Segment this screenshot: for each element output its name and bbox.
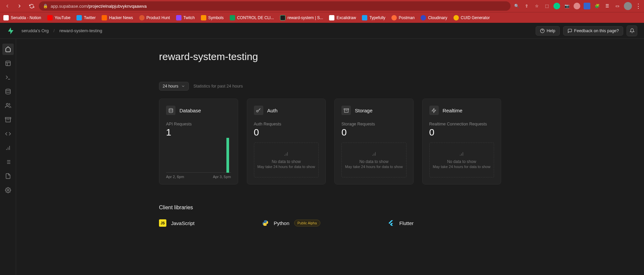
metric-label: Storage Requests xyxy=(341,122,407,126)
page-title: reward-system-testing xyxy=(159,51,501,62)
back-button[interactable] xyxy=(3,1,12,11)
lib-flutter[interactable]: Flutter xyxy=(387,219,414,227)
svg-marker-25 xyxy=(432,108,436,113)
svg-point-16 xyxy=(7,189,9,191)
bookmark-item[interactable]: Excalidraw xyxy=(329,15,356,20)
bookmark-item[interactable]: YouTube xyxy=(47,15,70,20)
card-realtime[interactable]: Realtime Realtime Connection Requests 0 … xyxy=(422,99,501,184)
sidebar-table-editor[interactable] xyxy=(2,58,14,69)
bookmark-item[interactable]: Serudda - Notion xyxy=(3,15,41,20)
storage-icon xyxy=(341,106,351,115)
chevron-down-icon xyxy=(181,84,185,88)
sidebar-api-docs[interactable] xyxy=(2,170,14,182)
star-icon[interactable]: ☆ xyxy=(533,3,540,9)
metric-value: 0 xyxy=(254,127,319,138)
card-title: Auth xyxy=(267,108,278,113)
sidebar-edge-functions[interactable] xyxy=(2,128,14,140)
bookmark-item[interactable]: Typefully xyxy=(362,15,385,20)
sidebar-settings[interactable] xyxy=(2,184,14,196)
help-button[interactable]: Help xyxy=(536,26,560,36)
supabase-logo[interactable] xyxy=(7,27,15,35)
sidebar-home[interactable] xyxy=(2,44,14,55)
js-icon: JS xyxy=(159,219,166,227)
metric-value: 0 xyxy=(429,127,494,138)
python-icon xyxy=(262,219,269,227)
empty-state: No data to show May take 24 hours for da… xyxy=(341,143,407,177)
ext-icon-1[interactable]: ⬚ xyxy=(543,3,550,9)
ext-icon-2[interactable] xyxy=(553,3,560,9)
bookmark-item[interactable]: Postman xyxy=(391,15,415,20)
svg-point-6 xyxy=(6,103,8,105)
sidebar-storage[interactable] xyxy=(2,114,14,125)
bookmark-item[interactable]: Hacker News xyxy=(102,15,133,20)
reading-list-icon[interactable]: ☰ xyxy=(604,3,610,9)
chrome-actions: 🔍 ⇪ ☆ ⬚ 📷 🧩 ☰ ▭ ⋮ xyxy=(513,2,641,10)
sidebar-sql-editor[interactable] xyxy=(2,72,14,83)
panel-icon[interactable]: ▭ xyxy=(614,3,621,9)
card-title: Database xyxy=(179,108,201,113)
sidebar-auth[interactable] xyxy=(2,100,14,111)
bar-chart-icon xyxy=(459,151,464,157)
card-auth[interactable]: Auth Auth Requests 0 No data to show May… xyxy=(247,99,326,184)
sidebar-logs[interactable] xyxy=(2,156,14,168)
auth-icon xyxy=(254,106,263,115)
bookmark-item[interactable]: Cloudinary xyxy=(421,15,447,20)
bookmark-item[interactable]: Twitch xyxy=(176,15,195,20)
card-title: Storage xyxy=(355,108,373,113)
bookmark-item[interactable]: CONTROL DE CLI... xyxy=(230,15,274,20)
metric-label: API Requests xyxy=(166,122,231,126)
bookmark-item[interactable]: reward-system | S... xyxy=(280,15,323,20)
lock-icon: 🔒 xyxy=(43,4,48,8)
realtime-icon xyxy=(429,106,439,115)
svg-point-5 xyxy=(6,89,10,91)
chrome-menu-icon[interactable]: ⋮ xyxy=(635,2,641,10)
profile-avatar[interactable] xyxy=(624,2,632,10)
url-path: /project/elnalpjubvyknvqaawva xyxy=(88,4,147,9)
stats-label: Statistics for past 24 hours xyxy=(194,84,243,89)
address-bar[interactable]: 🔒 app.supabase.com/project/elnalpjubvykn… xyxy=(39,1,511,11)
lib-javascript[interactable]: JS JavaScript xyxy=(159,219,195,227)
sidebar-reports[interactable] xyxy=(2,142,14,154)
reload-button[interactable] xyxy=(27,1,36,11)
empty-state: No data to show May take 24 hours for da… xyxy=(254,143,319,177)
metric-label: Auth Requests xyxy=(254,122,319,126)
feedback-button[interactable]: Feedback on this page? xyxy=(563,26,623,36)
bookmark-item[interactable]: Symbols xyxy=(201,15,224,20)
empty-state: No data to show May take 24 hours for da… xyxy=(429,143,494,177)
forward-button[interactable] xyxy=(15,1,24,11)
client-libs-heading: Client libraries xyxy=(159,205,501,211)
bookmark-item[interactable]: Twitter xyxy=(76,15,96,20)
bar-chart-icon xyxy=(283,151,289,157)
browser-toolbar: 🔒 app.supabase.com/project/elnalpjubvykn… xyxy=(0,0,644,12)
svg-point-17 xyxy=(169,108,172,110)
lib-python[interactable]: Python Public Alpha xyxy=(262,219,320,227)
card-storage[interactable]: Storage Storage Requests 0 No data to sh… xyxy=(334,99,414,184)
svg-rect-1 xyxy=(6,61,10,66)
search-icon[interactable]: 🔍 xyxy=(513,3,520,9)
bookmark-item[interactable]: Product Hunt xyxy=(139,15,170,20)
app-topbar: serudda's Org / reward-system-testing He… xyxy=(0,23,644,39)
bookmarks-bar: Serudda - Notion YouTube Twitter Hacker … xyxy=(0,12,644,23)
sidebar-database[interactable] xyxy=(2,86,14,97)
breadcrumb-project[interactable]: reward-system-testing xyxy=(59,28,102,33)
card-title: Realtime xyxy=(443,108,463,113)
breadcrumb-org[interactable]: serudda's Org xyxy=(21,28,49,33)
notifications-button[interactable] xyxy=(627,25,637,36)
flutter-icon xyxy=(387,219,395,227)
breadcrumb-sep: / xyxy=(53,28,55,33)
card-database[interactable]: Database API Requests 1 Apr 2, 6pm Apr 3… xyxy=(159,99,238,184)
metric-value: 0 xyxy=(341,127,407,138)
bookmark-item[interactable]: CUID Generator xyxy=(453,15,490,20)
metric-label: Realtime Connection Requests xyxy=(429,122,494,126)
database-icon xyxy=(166,106,175,115)
share-icon[interactable]: ⇪ xyxy=(523,3,530,9)
bar-chart-icon xyxy=(371,151,377,157)
metric-value: 1 xyxy=(166,127,231,138)
extensions-icon[interactable]: 🧩 xyxy=(594,3,600,9)
ext-icon-5[interactable] xyxy=(584,3,590,9)
sidebar xyxy=(0,39,16,275)
main-content: reward-system-testing 24 hours Statistic… xyxy=(16,39,644,275)
ext-icon-4[interactable] xyxy=(574,3,580,9)
time-range-dropdown[interactable]: 24 hours xyxy=(159,82,189,91)
ext-icon-3[interactable]: 📷 xyxy=(564,3,570,9)
